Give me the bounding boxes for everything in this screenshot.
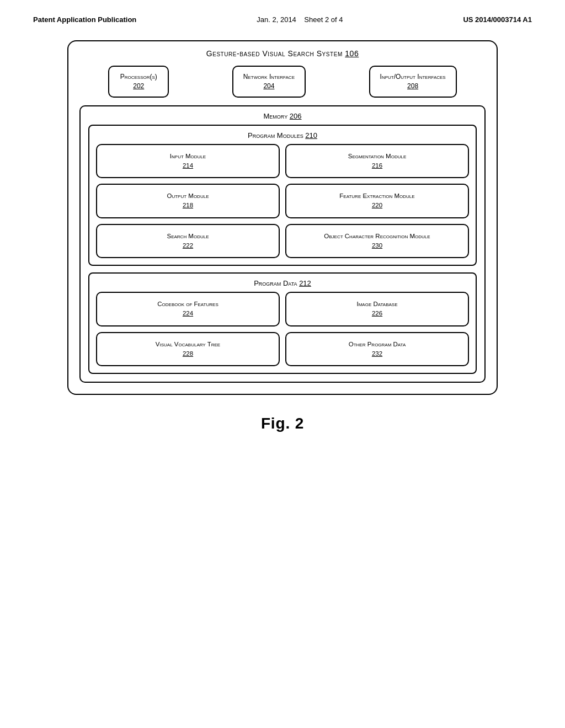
input-module-box: Input Module 214 xyxy=(96,144,280,179)
header-center: Jan. 2, 2014 Sheet 2 of 4 xyxy=(257,15,343,24)
codebook-features-box: Codebook of Features 224 xyxy=(96,292,280,326)
page-header: Patent Application Publication Jan. 2, 2… xyxy=(0,0,565,29)
header-right: US 2014/0003714 A1 xyxy=(463,15,532,24)
diagram-area: Gesture-based Visual Search System 106 P… xyxy=(0,29,565,395)
segmentation-module-box: Segmentation Module 216 xyxy=(285,144,469,179)
other-program-data-box: Other Program Data 232 xyxy=(285,332,469,367)
feature-extraction-module-box: Feature Extraction Module 220 xyxy=(285,184,469,218)
program-data-grid: Codebook of Features 224 Image Database … xyxy=(96,292,469,366)
network-interface-box: Network Interface 204 xyxy=(232,66,306,98)
program-modules-box: Program Modules 210 Input Module 214 Seg… xyxy=(88,125,477,266)
system-box: Gesture-based Visual Search System 106 P… xyxy=(67,40,498,395)
image-database-box: Image Database 226 xyxy=(285,292,469,326)
ocr-module-box: Object Character Recognition Module 230 xyxy=(285,224,469,259)
processor-box: Processor(s) 202 xyxy=(108,66,169,98)
program-data-box: Program Data 212 Codebook of Features 22… xyxy=(88,272,477,374)
figure-label: Fig. 2 xyxy=(0,415,565,432)
memory-section: Memory 206 Program Modules 210 Input Mod… xyxy=(79,105,486,383)
visual-vocab-tree-box: Visual Vocabulary Tree 228 xyxy=(96,332,280,367)
header-left: Patent Application Publication xyxy=(33,15,136,24)
program-data-label: Program Data 212 xyxy=(96,279,469,287)
system-title: Gesture-based Visual Search System 106 xyxy=(79,49,486,58)
output-module-box: Output Module 218 xyxy=(96,184,280,218)
program-modules-label: Program Modules 210 xyxy=(96,131,469,140)
top-row: Processor(s) 202 Network Interface 204 I… xyxy=(79,66,486,98)
memory-label: Memory 206 xyxy=(88,112,477,120)
program-modules-grid: Input Module 214 Segmentation Module 216… xyxy=(96,144,469,259)
search-module-box: Search Module 222 xyxy=(96,224,280,259)
io-interfaces-box: Input/Output Interfaces 208 xyxy=(369,66,457,98)
